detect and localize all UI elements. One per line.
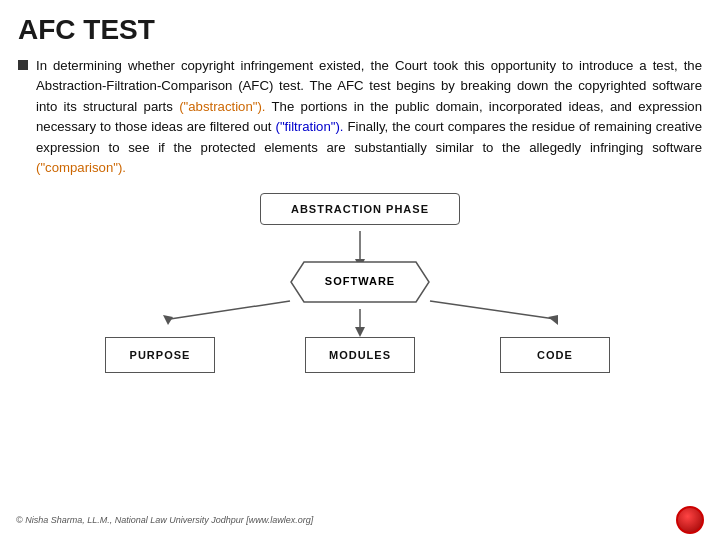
code-box: CODE [500,337,610,373]
abstraction-label: ABSTRACTION PHASE [260,193,460,225]
svg-marker-5 [355,327,365,337]
bullet-section: In determining whether copyright infring… [0,52,720,183]
filtration-term: ("filtration"). [275,119,343,134]
page-title: AFC TEST [0,0,720,52]
software-shape: SOFTWARE [290,261,430,301]
abstraction-box: ABSTRACTION PHASE [260,193,460,225]
diagram-wrapper: ABSTRACTION PHASE SOFTWARE PURPOSE MODUL… [0,189,720,399]
abstraction-term: ("abstraction"). [179,99,265,114]
purpose-box: PURPOSE [105,337,215,373]
svg-marker-7 [548,315,558,325]
svg-line-6 [430,301,555,319]
comparison-term: ("comparison"). [36,160,126,175]
paragraph-text: In determining whether copyright infring… [36,56,702,179]
modules-label: MODULES [305,337,415,373]
bullet-icon [18,60,28,70]
svg-marker-3 [163,315,173,325]
modules-box: MODULES [305,337,415,373]
code-label: CODE [500,337,610,373]
red-circle-icon [676,506,704,534]
purpose-label: PURPOSE [105,337,215,373]
software-label: SOFTWARE [325,275,395,287]
footer-credit: © Nisha Sharma, LL.M., National Law Univ… [16,515,313,525]
software-octagon-wrapper: SOFTWARE [290,261,430,301]
footer: © Nisha Sharma, LL.M., National Law Univ… [0,506,720,534]
svg-line-2 [170,301,290,319]
